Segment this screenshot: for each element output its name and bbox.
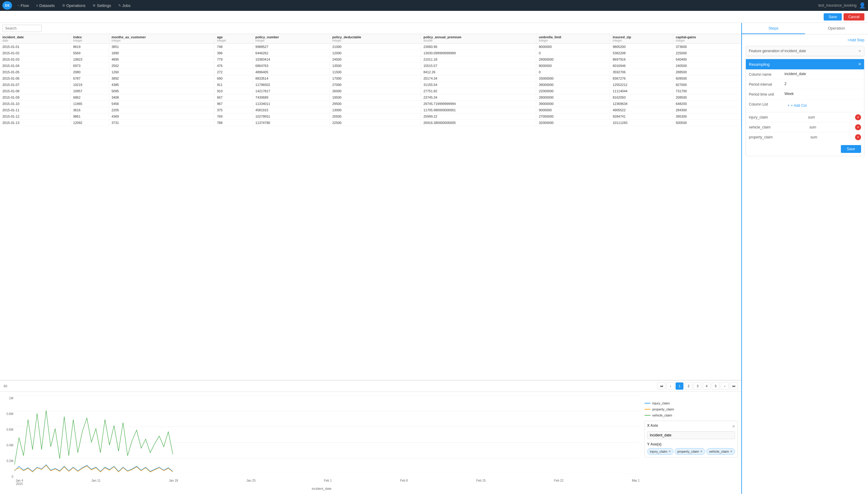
page-1-button[interactable]: 1 bbox=[676, 382, 683, 390]
column-name-value: incident_date bbox=[785, 72, 861, 76]
table-cell: 12092 bbox=[71, 120, 109, 126]
table-cell: 827000 bbox=[673, 82, 741, 88]
table-cell: 910 bbox=[214, 88, 253, 94]
table-row: 2015-01-08109575095910142178172600027751… bbox=[0, 88, 741, 94]
table-cell: 10111283 bbox=[610, 120, 673, 126]
search-bar bbox=[0, 23, 741, 34]
table-cell: 11334011 bbox=[253, 101, 330, 107]
top-navigation: DS ~ Flow ≡ Datasets ⚙ Operations ⚙ Sett… bbox=[0, 0, 868, 11]
table-cell: 3592706 bbox=[610, 69, 673, 75]
app-logo: DS bbox=[2, 1, 12, 10]
col-header-capital-gains: capital-gainsinteger bbox=[673, 34, 741, 44]
nav-settings[interactable]: ⚙ Settings bbox=[90, 2, 114, 9]
table-cell: 25999.22 bbox=[421, 113, 536, 120]
table-cell: 779 bbox=[214, 56, 253, 63]
active-step-header[interactable]: Resampling × bbox=[746, 59, 864, 69]
col-header-months_as_customer: months_as_customerinteger bbox=[109, 34, 214, 44]
cancel-button[interactable]: Cancel bbox=[844, 13, 864, 20]
table-cell: 10823 bbox=[71, 56, 109, 63]
operations-icon: ⚙ bbox=[62, 4, 65, 7]
data-table-container: incident_datedateindexintegermonths_as_c… bbox=[0, 34, 741, 380]
y-tag-property-remove[interactable]: × bbox=[700, 449, 702, 454]
table-cell: 1260 bbox=[109, 69, 214, 75]
table-cell: 6862 bbox=[71, 94, 109, 101]
table-cell: 4369 bbox=[109, 113, 214, 120]
y-axis-labels: 1M 0.8M 0.6M 0.4M 0.2M 0 bbox=[4, 395, 15, 478]
table-row: 2015-01-10119655456967113340112950029745… bbox=[0, 101, 741, 107]
page-3-button[interactable]: 3 bbox=[694, 382, 701, 390]
table-cell: 27000 bbox=[330, 82, 421, 88]
save-button[interactable]: Save bbox=[824, 13, 842, 20]
step-save-button[interactable]: Save bbox=[841, 145, 861, 153]
add-col-button[interactable]: + + Add Col bbox=[785, 102, 810, 110]
col-vehicle-remove[interactable]: × bbox=[855, 124, 861, 130]
table-cell: 396 bbox=[214, 50, 253, 56]
nav-jobs[interactable]: ✎ Jobs bbox=[115, 2, 133, 9]
col-item-vehicle: vehicle_claim sum × bbox=[746, 122, 864, 132]
chart-panel: 1M 0.8M 0.6M 0.4M 0.2M 0 bbox=[4, 395, 738, 490]
page-5-button[interactable]: 5 bbox=[712, 382, 720, 390]
table-cell: 4896405 bbox=[253, 69, 330, 75]
right-content: + Add Step Feature generation of inciden… bbox=[742, 34, 868, 494]
tab-steps[interactable]: Steps bbox=[742, 23, 805, 34]
table-cell: 21011.18 bbox=[421, 56, 536, 63]
nav-datasets[interactable]: ≡ Datasets bbox=[33, 2, 58, 9]
table-cell: 240500 bbox=[673, 63, 741, 69]
y-tag-vehicle-label: vehicle_claim bbox=[709, 450, 729, 453]
y-tag-property-label: property_claim bbox=[677, 450, 699, 453]
table-cell: 8000000 bbox=[536, 44, 610, 50]
page-4-button[interactable]: 4 bbox=[703, 382, 711, 390]
table-cell: 3408 bbox=[109, 94, 214, 101]
nav-operations[interactable]: ⚙ Operations bbox=[59, 2, 89, 9]
active-step-close[interactable]: × bbox=[859, 61, 861, 67]
period-interval-row: Period interval 2 bbox=[746, 79, 864, 89]
page-2-button[interactable]: 2 bbox=[684, 382, 693, 390]
x-axis-input[interactable] bbox=[647, 431, 735, 439]
table-cell: 4895 bbox=[109, 56, 214, 63]
table-cell: 13030.099999999999 bbox=[421, 50, 536, 56]
prev-page-button[interactable]: ‹ bbox=[667, 382, 674, 390]
table-cell: 2205 bbox=[109, 107, 214, 113]
table-cell: 15515.57 bbox=[421, 63, 536, 69]
table-row: 2015-01-1298614369769102795512050025999.… bbox=[0, 113, 741, 120]
next-page-button[interactable]: › bbox=[721, 382, 729, 390]
col-injury-remove[interactable]: × bbox=[855, 114, 861, 120]
table-row: 2015-01-13120923731788113747802250026916… bbox=[0, 120, 741, 126]
table-cell: 5456 bbox=[109, 101, 214, 107]
table-cell: 20174.34 bbox=[421, 75, 536, 82]
table-row: 2015-01-03108234895779103834142450021011… bbox=[0, 56, 741, 63]
table-row: 2015-01-07102194385911117965022700031155… bbox=[0, 82, 741, 88]
chart-config-close[interactable]: × bbox=[732, 424, 735, 429]
main-container: incident_datedateindexintegermonths_as_c… bbox=[0, 23, 868, 494]
table-cell: 373600 bbox=[673, 44, 741, 50]
data-table: incident_datedateindexintegermonths_as_c… bbox=[0, 34, 741, 126]
active-step-card: Resampling × Column name incident_date P… bbox=[746, 59, 864, 156]
table-cell: 769 bbox=[214, 113, 253, 120]
last-page-button[interactable]: ⏭ bbox=[730, 382, 738, 390]
inactive-step-close[interactable]: × bbox=[859, 49, 861, 53]
col-property-remove[interactable]: × bbox=[855, 134, 861, 140]
table-cell: 3731 bbox=[109, 120, 214, 126]
first-page-button[interactable]: ⏮ bbox=[657, 382, 665, 390]
table-cell: 8162093 bbox=[610, 94, 673, 101]
table-cell: 2015-01-04 bbox=[0, 63, 71, 69]
inactive-step-header[interactable]: Feature generation of incident_date × bbox=[746, 46, 864, 56]
search-input[interactable] bbox=[2, 25, 42, 32]
table-cell: 6016946 bbox=[610, 63, 673, 69]
y-tag-injury-remove[interactable]: × bbox=[669, 449, 671, 454]
right-tabs: Steps Operation bbox=[742, 23, 868, 34]
table-row: 2015-01-046973256247668647631350015515.5… bbox=[0, 63, 741, 69]
col-item-property: property_claim sum × bbox=[746, 132, 864, 142]
table-cell: 4905522 bbox=[610, 107, 673, 113]
table-cell: 11705.980000000001 bbox=[421, 107, 536, 113]
y-tag-vehicle-remove[interactable]: × bbox=[730, 449, 732, 454]
vehicle-legend-line bbox=[644, 415, 651, 416]
nav-flow[interactable]: ~ Flow bbox=[15, 2, 32, 9]
flow-icon: ~ bbox=[18, 4, 19, 7]
table-cell: 12552212 bbox=[610, 82, 673, 88]
add-step-button[interactable]: + Add Step bbox=[746, 38, 864, 42]
table-cell: 39000000 bbox=[536, 101, 610, 107]
table-cell: 32000000 bbox=[536, 120, 610, 126]
tab-operation[interactable]: Operation bbox=[805, 23, 868, 34]
table-cell: 208500 bbox=[673, 94, 741, 101]
